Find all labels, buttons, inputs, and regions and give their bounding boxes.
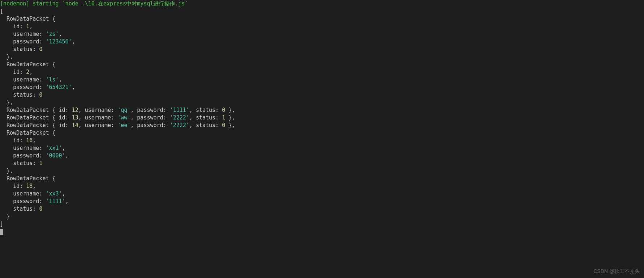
terminal-output: [nodemon] starting `node .\10.在express中对… <box>0 0 644 236</box>
cursor <box>0 229 3 235</box>
watermark: CSDN @软工不秃头 <box>593 268 640 275</box>
nodemon-header: [nodemon] starting `node .\10.在express中对… <box>0 0 188 7</box>
